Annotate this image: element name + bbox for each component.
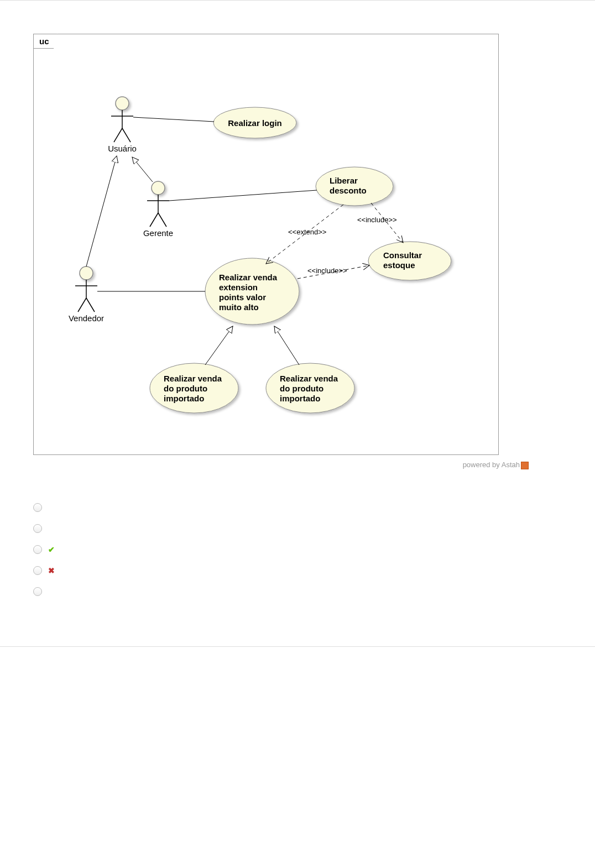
usecase-liberar-desconto-l2: desconto — [330, 186, 367, 195]
usecase-venda-importado-b-l3: importado — [280, 394, 320, 403]
usecase-realizar-venda-l3: points valor — [219, 292, 266, 302]
actor-vendedor: Vendedor — [69, 266, 104, 323]
gen-vendedor-usuario — [86, 156, 117, 266]
usecase-realizar-login-label: Realizar login — [228, 118, 282, 128]
gen-importado-a-venda — [205, 326, 233, 365]
diagram-container: uc — [0, 1, 595, 475]
usecase-consultar-estoque: Consultar estoque — [368, 242, 451, 280]
usecase-consultar-estoque-l2: estoque — [383, 260, 415, 270]
usecase-venda-importado-a-l3: importado — [164, 394, 204, 403]
usecase-venda-importado-b-l2: do produto — [280, 384, 323, 393]
usecase-venda-importado-b-l1: Realizar venda — [280, 374, 338, 383]
actor-gerente-label: Gerente — [143, 228, 173, 238]
option-e[interactable] — [33, 581, 562, 602]
check-icon: ✔ — [48, 546, 55, 553]
usecase-realizar-login: Realizar login — [213, 107, 296, 138]
usecase-venda-importado-a-l2: do produto — [164, 384, 207, 393]
option-c[interactable]: ✔ — [33, 539, 562, 560]
gen-importado-b-venda — [274, 326, 299, 365]
svg-point-5 — [152, 181, 165, 195]
option-a[interactable] — [33, 497, 562, 518]
actor-vendedor-label: Vendedor — [69, 313, 104, 323]
usecase-realizar-venda-l4: muito alto — [219, 302, 259, 312]
usecase-realizar-venda-l2: extension — [219, 283, 258, 292]
svg-point-0 — [116, 97, 129, 110]
stereo-include2: <<include>> — [307, 266, 347, 275]
svg-line-8 — [150, 213, 158, 227]
usecase-venda-importado-a: Realizar venda do produto importado — [150, 363, 238, 413]
actor-usuario-label: Usuário — [108, 144, 137, 153]
assoc-gerente-liberar — [169, 190, 317, 201]
usecase-liberar-desconto-l1: Liberar — [330, 176, 358, 185]
cross-icon: ✖ — [48, 567, 55, 574]
usecase-realizar-venda: Realizar venda extension points valor mu… — [205, 258, 299, 325]
actor-gerente: Gerente — [143, 181, 173, 238]
usecase-venda-importado-a-l1: Realizar venda — [164, 374, 222, 383]
option-d[interactable]: ✖ — [33, 560, 562, 581]
radio-icon[interactable] — [33, 503, 42, 512]
actor-usuario: Usuário — [108, 97, 137, 153]
gen-gerente-usuario — [132, 157, 153, 182]
astah-icon — [521, 462, 529, 469]
svg-line-4 — [122, 128, 131, 142]
usecase-diagram-svg: Usuário Gerente — [34, 34, 498, 454]
radio-icon[interactable] — [33, 587, 42, 596]
svg-line-13 — [78, 298, 86, 312]
radio-icon[interactable] — [33, 524, 42, 533]
usecase-diagram-frame: uc — [33, 34, 499, 455]
usecase-venda-importado-b: Realizar venda do produto importado — [266, 363, 354, 413]
usecase-consultar-estoque-l1: Consultar — [383, 250, 422, 260]
diagram-credit: powered by Astah — [33, 461, 562, 469]
answer-options: ✔ ✖ — [0, 475, 595, 646]
assoc-usuario-login — [133, 117, 214, 122]
credit-text: powered by Astah — [463, 461, 520, 469]
svg-line-3 — [114, 128, 122, 142]
usecase-liberar-desconto: Liberar desconto — [316, 167, 393, 206]
usecase-realizar-venda-l1: Realizar venda — [219, 273, 278, 282]
stereo-include1: <<include>> — [357, 216, 397, 224]
svg-line-9 — [158, 213, 166, 227]
radio-icon[interactable] — [33, 545, 42, 554]
option-b[interactable] — [33, 518, 562, 539]
radio-icon[interactable] — [33, 566, 42, 575]
svg-line-14 — [86, 298, 95, 312]
svg-point-10 — [80, 266, 93, 280]
stereo-extend: <<extend>> — [288, 228, 326, 236]
